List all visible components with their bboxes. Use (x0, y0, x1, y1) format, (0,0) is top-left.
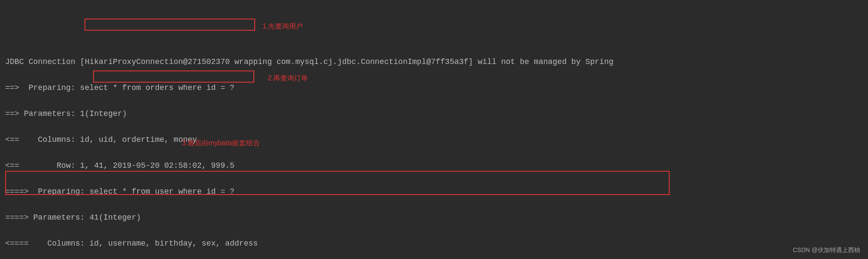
watermark: CSDN @伏加特遇上西柚 (793, 243, 860, 256)
log-line: <== Columns: id, uid, ordertime, money (5, 133, 863, 146)
annotation-3: 3.最后由mybatis嵌套组合 (182, 137, 260, 150)
annotation-1: 1.先查询用户 (262, 20, 303, 33)
log-line: JDBC Connection [HikariProxyConnection@2… (5, 55, 863, 68)
log-line: <==== Columns: id, username, birthday, s… (5, 237, 863, 250)
log-line: ====> Parameters: 41(Integer) (5, 211, 863, 224)
log-line: ==> Parameters: 1(Integer) (5, 107, 863, 120)
log-line: ====> Preparing: select * from user wher… (5, 185, 863, 198)
log-line: ==> Preparing: select * from orders wher… (5, 81, 863, 94)
log-line: <== Row: 1, 41, 2019-05-20 02:58:02, 999… (5, 159, 863, 172)
highlight-box-1 (84, 19, 255, 31)
highlight-box-2 (93, 70, 254, 83)
annotation-2: 2.再查询订单 (268, 72, 308, 85)
